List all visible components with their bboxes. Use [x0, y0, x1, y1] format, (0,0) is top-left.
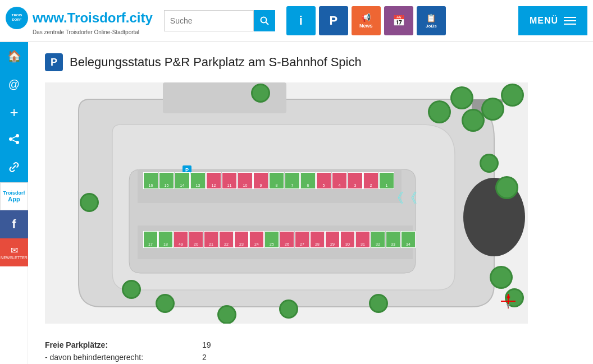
spot-7: 7 [285, 172, 300, 189]
nav-icons: i P 📢 News 📅 📋 JoBs [286, 6, 446, 35]
nav-info-button[interactable]: i [286, 6, 316, 35]
spot-1: 1 [379, 172, 394, 189]
disabled-value: 2 [202, 353, 207, 362]
spot-34: 34 [401, 231, 416, 248]
spot-11: 11 [222, 172, 237, 189]
share-icon [8, 133, 20, 148]
spot-32: 32 [371, 231, 385, 248]
spot-33: 33 [386, 231, 400, 248]
compass: N [500, 293, 517, 312]
plus-icon: + [10, 104, 18, 121]
spot-10: 10 [238, 172, 253, 189]
menu-button[interactable]: MENÜ [518, 6, 587, 35]
sidebar-item-share[interactable] [0, 126, 28, 154]
spot-20: 20 [189, 231, 203, 248]
nav-news-button[interactable]: 📢 News [352, 6, 381, 35]
spot-23: 23 [234, 231, 249, 248]
info-icon: i [299, 13, 303, 28]
at-icon: @ [8, 78, 20, 91]
spot-6: 6 [300, 172, 316, 189]
parking-map: P 1 2 3 4 5 6 7 8 9 10 11 12 13 14 15 16 [45, 82, 528, 324]
events-icon: 📅 [393, 15, 405, 27]
tree-5 [483, 99, 503, 119]
tree-3 [452, 88, 472, 108]
facebook-icon: f [12, 217, 16, 232]
disabled-label: - davon behindertengerecht: [45, 353, 202, 362]
jobs-icon: 📋 [426, 13, 436, 22]
spot-28: 28 [310, 231, 325, 248]
page-title: Belegungsstatus P&R Parkplatz am S-Bahnh… [70, 55, 362, 70]
tree-16 [371, 296, 386, 311]
spot-29: 29 [325, 231, 340, 248]
spot-25: 25 [264, 231, 279, 248]
search-button[interactable] [254, 10, 275, 31]
svg-line-8 [11, 136, 17, 139]
spot-26: 26 [280, 231, 294, 248]
sidebar-item-app[interactable]: Troisdorf App [0, 182, 28, 210]
tree-15 [281, 301, 296, 317]
spot-30: 30 [340, 231, 355, 248]
parking-map-svg [45, 82, 528, 324]
nav-parking-button[interactable]: P [319, 6, 348, 35]
page-title-row: P Belegungsstatus P&R Parkplatz am S-Bah… [45, 53, 576, 71]
parking-icon: P [329, 13, 337, 28]
svg-line-9 [11, 139, 17, 142]
sidebar-item-facebook[interactable]: f [0, 210, 28, 238]
tree-1 [253, 85, 268, 101]
spots-row-2: 17 18 49 20 21 22 23 24 25 26 27 28 29 3… [143, 231, 416, 248]
sidebar-item-link[interactable] [0, 154, 28, 182]
news-icon: 📢 [361, 13, 371, 22]
spot-16: 16 [143, 172, 158, 189]
app-label: Troisdorf [3, 190, 25, 196]
stat-free-row: Freie Parkplätze: 19 [45, 340, 576, 349]
tree-12 [124, 282, 139, 297]
tree-14 [219, 307, 235, 322]
logo-area: TROIS DORF www.Troisdorf.city Das zentra… [6, 7, 153, 35]
search-input[interactable] [164, 10, 254, 31]
tree-8 [497, 178, 517, 197]
spot-4: 4 [332, 172, 347, 189]
spot-22: 22 [219, 231, 234, 248]
logo-icon: TROIS DORF [6, 7, 28, 29]
sidebar-item-newsletter[interactable]: ✉ NEWSLETTER [0, 238, 28, 266]
spot-18: 18 [158, 231, 173, 248]
sidebar-item-home[interactable]: 🏠 [0, 42, 28, 70]
tree-7 [481, 155, 497, 171]
nav-events-button[interactable]: 📅 [384, 6, 413, 35]
p-badge: P [45, 53, 63, 71]
main-content: P Belegungsstatus P&R Parkplatz am S-Bah… [28, 42, 593, 364]
svg-marker-19 [507, 304, 510, 308]
tree-13 [157, 296, 173, 311]
statistics: Freie Parkplätze: 19 - davon behinderten… [45, 340, 576, 364]
spot-5: 5 [316, 172, 331, 189]
spot-27: 27 [295, 231, 309, 248]
spot-8: 8 [269, 172, 284, 189]
hamburger-icon [564, 17, 576, 25]
spot-13: 13 [190, 172, 206, 189]
sidebar: 🏠 @ + [0, 42, 28, 364]
spots-row-1: 1 2 3 4 5 6 7 8 9 10 11 12 13 14 15 16 [143, 172, 394, 189]
spot-12: 12 [206, 172, 221, 189]
tree-9 [491, 268, 511, 287]
sidebar-item-add[interactable]: + [0, 98, 28, 126]
tree-4 [463, 110, 483, 130]
logo-text: www.Troisdorf.city [33, 10, 153, 26]
search-area [164, 10, 275, 31]
stat-disabled-row: - davon behindertengerecht: 2 [45, 353, 576, 362]
header: TROIS DORF www.Troisdorf.city Das zentra… [0, 0, 593, 42]
spot-9: 9 [253, 172, 268, 189]
layout: 🏠 @ + [0, 42, 593, 364]
spot-49: 49 [174, 231, 188, 248]
nav-jobs-button[interactable]: 📋 JoBs [417, 6, 446, 35]
sidebar-item-contact[interactable]: @ [0, 70, 28, 98]
spot-21: 21 [204, 231, 218, 248]
svg-text:TROIS: TROIS [12, 13, 22, 17]
link-icon [8, 161, 20, 176]
svg-point-3 [261, 17, 266, 23]
spot-15: 15 [159, 172, 174, 189]
tree-6 [503, 85, 522, 105]
tree-11 [81, 195, 97, 210]
mail-icon: ✉ [11, 245, 18, 256]
spot-31: 31 [355, 231, 370, 248]
tree-2 [430, 102, 449, 122]
